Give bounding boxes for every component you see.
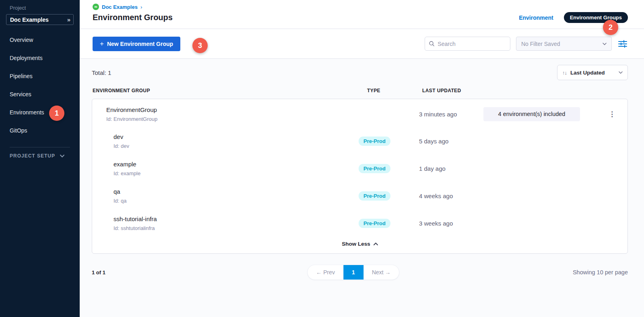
sidebar-item-overview[interactable]: Overview [0, 31, 80, 49]
environment-last-updated: 5 days ago [419, 138, 483, 145]
environment-row[interactable]: qa Id: qa Pre-Prod 4 weeks ago [92, 182, 627, 209]
group-name-cell: EnvironmentGroup Id: EnvironmentGroup [106, 106, 359, 122]
annotation-step-1: 1 [49, 106, 64, 121]
page-header: ∞ Doc Examples › Environment Groups Envi… [80, 0, 644, 29]
cd-module-icon: ∞ [93, 4, 99, 10]
tab-environment-groups[interactable]: Environment Groups [564, 12, 628, 23]
environment-row[interactable]: ssh-tutorial-infra Id: sshtutorialinfra … [92, 209, 627, 237]
page-title: Environment Groups [93, 13, 173, 22]
project-setup-label: PROJECT SETUP [10, 153, 55, 159]
page-info: 1 of 1 [92, 269, 105, 276]
prev-page-button[interactable]: ← Prev [308, 265, 343, 280]
current-page-button[interactable]: 1 [343, 265, 363, 280]
breadcrumb: ∞ Doc Examples › [93, 3, 628, 11]
environment-row[interactable]: dev Id: dev Pre-Prod 5 days ago [92, 127, 627, 155]
environment-last-updated: 3 weeks ago [419, 220, 483, 227]
table-header-row: ENVIRONMENT GROUP TYPE LAST UPDATED [92, 88, 628, 93]
chevron-up-icon [374, 242, 378, 245]
group-id: Id: EnvironmentGroup [106, 116, 359, 122]
filter-settings-button[interactable] [617, 39, 628, 49]
environment-id: Id: qa [114, 198, 359, 204]
environment-row[interactable]: example Id: example Pre-Prod 1 day ago [92, 155, 627, 182]
next-page-button[interactable]: Next → [363, 265, 399, 280]
toolbar-right: No Filter Saved [425, 37, 628, 51]
per-page-info: Showing 10 per page [573, 269, 628, 276]
project-selector[interactable]: Doc Examples » [6, 14, 74, 25]
environment-name: example [114, 161, 359, 168]
environment-last-updated: 1 day ago [419, 165, 483, 172]
group-row[interactable]: EnvironmentGroup Id: EnvironmentGroup 3 … [92, 101, 627, 127]
column-last-updated: LAST UPDATED [422, 88, 628, 93]
annotation-step-3: 3 [192, 38, 208, 53]
show-less-toggle[interactable]: Show Less [92, 237, 627, 253]
sidebar-item-deployments[interactable]: Deployments [0, 49, 80, 67]
expand-project-icon[interactable]: » [67, 16, 70, 23]
sidebar-divider [10, 147, 70, 147]
chevron-down-icon [603, 43, 607, 45]
breadcrumb-project-link[interactable]: Doc Examples [102, 4, 138, 10]
sort-dropdown[interactable]: ↑↓ Last Updated [557, 65, 628, 80]
project-name: Doc Examples [10, 17, 49, 23]
main-panel: ∞ Doc Examples › Environment Groups Envi… [80, 0, 644, 317]
environment-id: Id: sshtutorialinfra [114, 225, 359, 231]
environments-included-chip[interactable]: 4 environment(s) included [483, 107, 580, 121]
sidebar-nav: Overview Deployments Pipelines Services … [0, 31, 80, 139]
sidebar: Project Doc Examples » Overview Deployme… [0, 0, 80, 317]
project-setup-toggle[interactable]: PROJECT SETUP [0, 153, 80, 159]
sidebar-item-gitops[interactable]: GitOps [0, 121, 80, 139]
new-environment-group-button[interactable]: + New Environment Group [93, 37, 180, 51]
content-area: Total: 1 ↑↓ Last Updated ENVIRONMENT GRO… [80, 59, 644, 317]
toolbar: + New Environment Group No Filter Saved [80, 29, 644, 59]
type-badge: Pre-Prod [359, 191, 390, 201]
environment-name: dev [114, 133, 359, 140]
title-row: Environment Groups Environment Environme… [93, 12, 628, 23]
environment-name: ssh-tutorial-infra [114, 215, 359, 222]
search-box[interactable] [425, 37, 510, 51]
environment-id: Id: dev [114, 143, 359, 149]
type-badge: Pre-Prod [359, 219, 390, 228]
annotation-step-2: 2 [603, 20, 618, 35]
pagination: 1 of 1 ← Prev 1 Next → Showing 10 per pa… [92, 264, 628, 280]
sidebar-item-services[interactable]: Services [0, 85, 80, 103]
summary-row: Total: 1 ↑↓ Last Updated [92, 65, 628, 80]
column-environment-group: ENVIRONMENT GROUP [93, 88, 367, 93]
environment-group-card: EnvironmentGroup Id: EnvironmentGroup 3 … [92, 99, 628, 254]
sort-arrows-icon: ↑↓ [562, 70, 567, 76]
plus-icon: + [100, 40, 104, 48]
tab-environment[interactable]: Environment [519, 15, 553, 21]
chevron-down-icon [619, 71, 623, 74]
group-name: EnvironmentGroup [106, 106, 359, 113]
breadcrumb-separator: › [140, 4, 142, 10]
type-badge: Pre-Prod [359, 164, 390, 173]
sliders-icon [618, 40, 627, 48]
project-label: Project [0, 5, 80, 11]
sidebar-item-pipelines[interactable]: Pipelines [0, 67, 80, 85]
environment-name: qa [114, 188, 359, 195]
environment-last-updated: 4 weeks ago [419, 193, 483, 199]
chevron-down-icon [60, 155, 64, 157]
app-window: Project Doc Examples » Overview Deployme… [0, 0, 644, 317]
search-input[interactable] [438, 41, 506, 47]
kebab-menu-icon[interactable]: ⋮ [609, 111, 615, 118]
environment-id: Id: example [114, 170, 359, 176]
saved-filter-dropdown[interactable]: No Filter Saved [516, 37, 612, 51]
group-last-updated: 3 minutes ago [419, 111, 483, 118]
search-icon [429, 41, 434, 47]
column-type: TYPE [367, 88, 422, 93]
type-badge: Pre-Prod [359, 137, 390, 146]
pager: ← Prev 1 Next → [307, 265, 399, 280]
total-count: Total: 1 [92, 69, 111, 76]
sort-label: Last Updated [570, 70, 615, 76]
sidebar-item-environments[interactable]: Environments [0, 103, 80, 121]
